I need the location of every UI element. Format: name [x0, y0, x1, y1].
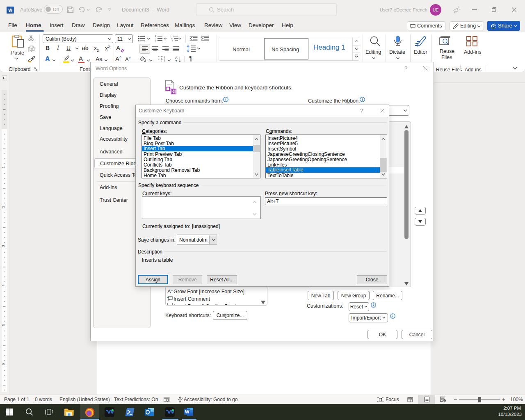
svg-text:1: 1	[1, 166, 5, 168]
svg-text:3: 3	[1, 245, 5, 247]
svg-text:6: 6	[1, 363, 5, 365]
svg-text:5: 5	[1, 324, 5, 326]
svg-text:i: i	[172, 39, 173, 41]
svg-text:2: 2	[1, 205, 5, 208]
svg-text:3: 3	[155, 39, 156, 41]
svg-text:W: W	[8, 8, 12, 13]
svg-text:W: W	[185, 409, 189, 414]
svg-text:4: 4	[1, 284, 5, 286]
